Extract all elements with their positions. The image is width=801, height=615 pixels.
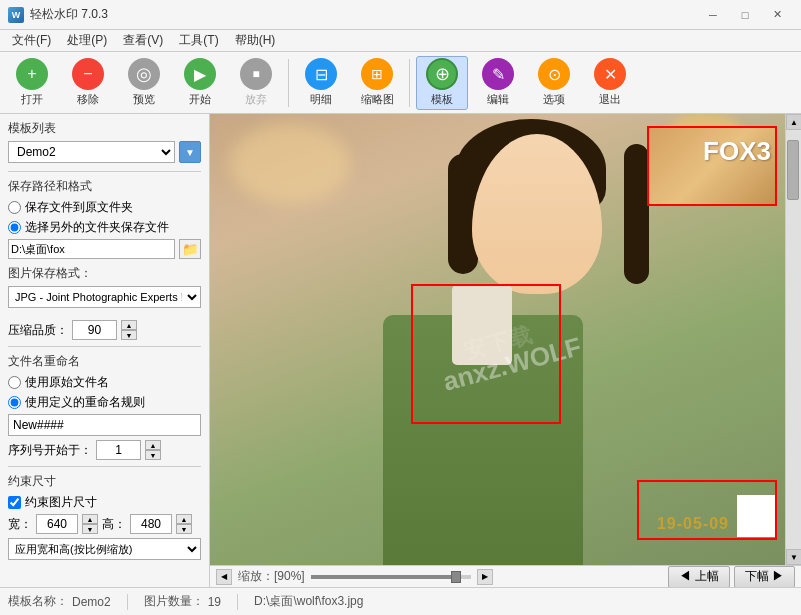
image-count-label: 图片数量： [144, 593, 204, 610]
app-icon: W [8, 7, 24, 23]
remove-button[interactable]: − 移除 [62, 56, 114, 110]
constraint-label: 约束尺寸 [8, 473, 201, 490]
status-sep-1 [127, 594, 128, 610]
exit-button[interactable]: ✕ 退出 [584, 56, 636, 110]
date-text: 19-05-09 [657, 515, 729, 533]
scale-dropdown[interactable]: 应用宽和高(按比例缩放) [8, 538, 201, 560]
thumb-button[interactable]: ⊞ 缩略图 [351, 56, 403, 110]
stop-icon: ■ [240, 58, 272, 90]
bokeh-1 [230, 124, 350, 204]
open-button[interactable]: + 打开 [6, 56, 58, 110]
vertical-scrollbar[interactable]: ▲ ▼ [785, 114, 801, 565]
width-spinner: ▲ ▼ [82, 514, 98, 534]
image-area: 安下载 anxz.WOLF FOX3 19-05-09 [210, 114, 785, 565]
preview-button[interactable]: ◎ 预览 [118, 56, 170, 110]
title-bar: W 轻松水印 7.0.3 ─ □ ✕ [0, 0, 801, 30]
width-up-button[interactable]: ▲ [82, 514, 98, 524]
quality-input[interactable] [72, 320, 117, 340]
zoom-left-arrow[interactable]: ◀ [216, 569, 232, 585]
menu-file[interactable]: 文件(F) [4, 30, 59, 51]
scroll-thumb[interactable] [787, 140, 799, 200]
save-custom-label: 选择另外的文件夹保存文件 [25, 219, 169, 236]
zoom-right-arrow[interactable]: ▶ [477, 569, 493, 585]
menu-help[interactable]: 帮助(H) [227, 30, 284, 51]
save-path-label: 保存路径和格式 [8, 178, 201, 195]
use-custom-rename-radio[interactable] [8, 396, 21, 409]
next-button[interactable]: 下幅 ▶ [734, 566, 795, 588]
file-path: D:\桌面\wolf\fox3.jpg [254, 593, 363, 610]
height-down-button[interactable]: ▼ [176, 524, 192, 534]
zoom-slider[interactable] [311, 575, 471, 579]
quality-up-button[interactable]: ▲ [121, 320, 137, 330]
menu-process[interactable]: 处理(P) [59, 30, 115, 51]
image-count-value: 19 [208, 595, 221, 609]
width-input[interactable] [36, 514, 78, 534]
save-custom-radio[interactable] [8, 221, 21, 234]
template-list-label: 模板列表 [8, 120, 201, 137]
detail-button[interactable]: ⊟ 明细 [295, 56, 347, 110]
format-dropdown[interactable]: JPG - Joint Photographic Experts ! [8, 286, 201, 308]
status-bar: 模板名称： Demo2 图片数量： 19 D:\桌面\wolf\fox3.jpg [0, 587, 801, 615]
quality-label: 压缩品质： [8, 322, 68, 339]
template-dropdown[interactable]: Demo2 [8, 141, 175, 163]
hair-side-right [624, 144, 649, 284]
template-name-label: 模板名称： [8, 593, 68, 610]
image-container: 安下载 anxz.WOLF FOX3 19-05-09 [210, 114, 785, 565]
zoom-label: 缩放：[90%] [238, 568, 305, 585]
edit-icon: ✎ [482, 58, 514, 90]
date-white-box [737, 495, 775, 537]
template-icon: ⊕ [426, 58, 458, 90]
constraint-checkbox[interactable] [8, 496, 21, 509]
folder-browse-button[interactable]: 📁 [179, 239, 201, 259]
zoom-bar: ◀ 缩放：[90%] ▶ ◀ 上幅 下幅 ▶ [210, 565, 801, 587]
use-original-radio[interactable] [8, 376, 21, 389]
nav-buttons: ◀ 上幅 下幅 ▶ [668, 566, 795, 588]
rename-label: 文件名重命名 [8, 353, 201, 370]
close-button[interactable]: ✕ [761, 5, 793, 25]
right-panel: 安下载 anxz.WOLF FOX3 19-05-09 [210, 114, 801, 587]
scroll-track[interactable] [786, 130, 801, 549]
height-input[interactable] [130, 514, 172, 534]
left-panel: 模板列表 Demo2 ▼ 保存路径和格式 保存文件到原文件夹 选择另外的文件夹保… [0, 114, 210, 587]
use-custom-rename-label: 使用定义的重命名规则 [25, 394, 145, 411]
thumb-icon: ⊞ [361, 58, 393, 90]
menu-view[interactable]: 查看(V) [115, 30, 171, 51]
preview-icon: ◎ [128, 58, 160, 90]
fox3-text: FOX3 [703, 136, 771, 167]
options-icon: ⊙ [538, 58, 570, 90]
scroll-up-arrow[interactable]: ▲ [786, 114, 801, 130]
width-label: 宽： [8, 516, 32, 533]
constraint-check-label: 约束图片尺寸 [25, 494, 97, 511]
menu-tools[interactable]: 工具(T) [171, 30, 226, 51]
stop-button[interactable]: ■ 放弃 [230, 56, 282, 110]
width-down-button[interactable]: ▼ [82, 524, 98, 534]
seq-input[interactable] [96, 440, 141, 460]
seq-down-button[interactable]: ▼ [145, 450, 161, 460]
path-input[interactable] [8, 239, 175, 259]
start-button[interactable]: ▶ 开始 [174, 56, 226, 110]
save-original-radio[interactable] [8, 201, 21, 214]
quality-spinner: ▲ ▼ [121, 320, 137, 340]
seq-label: 序列号开始于： [8, 442, 92, 459]
edit-button[interactable]: ✎ 编辑 [472, 56, 524, 110]
detail-icon: ⊟ [305, 58, 337, 90]
prev-button[interactable]: ◀ 上幅 [668, 566, 729, 588]
minimize-button[interactable]: ─ [697, 5, 729, 25]
template-button[interactable]: ⊕ 模板 [416, 56, 468, 110]
maximize-button[interactable]: □ [729, 5, 761, 25]
scroll-down-arrow[interactable]: ▼ [786, 549, 801, 565]
start-icon: ▶ [184, 58, 216, 90]
zoom-handle[interactable] [451, 571, 461, 583]
seq-spinner: ▲ ▼ [145, 440, 161, 460]
rename-input[interactable] [8, 414, 201, 436]
seq-up-button[interactable]: ▲ [145, 440, 161, 450]
menu-bar: 文件(F) 处理(P) 查看(V) 工具(T) 帮助(H) [0, 30, 801, 52]
template-arrow-button[interactable]: ▼ [179, 141, 201, 163]
save-original-label: 保存文件到原文件夹 [25, 199, 133, 216]
height-up-button[interactable]: ▲ [176, 514, 192, 524]
quality-down-button[interactable]: ▼ [121, 330, 137, 340]
options-button[interactable]: ⊙ 选项 [528, 56, 580, 110]
toolbar: + 打开 − 移除 ◎ 预览 ▶ 开始 ■ 放弃 ⊟ 明细 ⊞ 缩略图 ⊕ 模板… [0, 52, 801, 114]
format-label: 图片保存格式： [8, 265, 201, 282]
window-controls: ─ □ ✕ [697, 5, 793, 25]
